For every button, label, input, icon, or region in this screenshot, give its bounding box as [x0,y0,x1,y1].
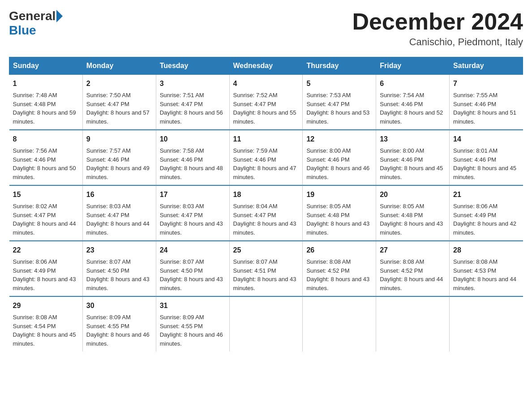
day-info: Sunrise: 7:59 AMSunset: 4:46 PMDaylight:… [233,147,296,180]
day-number: 29 [13,300,79,311]
table-row: 25 Sunrise: 8:07 AMSunset: 4:51 PMDaylig… [229,241,303,296]
table-row: 22 Sunrise: 8:06 AMSunset: 4:49 PMDaylig… [9,241,83,296]
table-row: 24 Sunrise: 8:07 AMSunset: 4:50 PMDaylig… [156,241,229,296]
col-friday: Friday [376,57,450,75]
day-info: Sunrise: 8:08 AMSunset: 4:52 PMDaylight:… [306,258,369,291]
table-row: 31 Sunrise: 8:09 AMSunset: 4:55 PMDaylig… [156,296,229,351]
day-info: Sunrise: 7:51 AMSunset: 4:47 PMDaylight:… [160,92,223,125]
day-number: 31 [160,300,226,311]
day-info: Sunrise: 7:57 AMSunset: 4:46 PMDaylight:… [86,147,150,180]
day-number: 1 [13,78,79,89]
table-row: 12 Sunrise: 8:00 AMSunset: 4:46 PMDaylig… [303,130,376,185]
day-number: 8 [13,134,79,145]
day-info: Sunrise: 7:53 AMSunset: 4:47 PMDaylight:… [306,92,369,125]
table-row: 6 Sunrise: 7:54 AMSunset: 4:46 PMDayligh… [376,75,450,130]
header: General Blue December 2024 Canischio, Pi… [9,9,523,48]
table-row: 5 Sunrise: 7:53 AMSunset: 4:47 PMDayligh… [303,75,376,130]
day-number: 2 [86,78,152,89]
table-row [450,296,523,351]
day-info: Sunrise: 8:01 AMSunset: 4:46 PMDaylight:… [453,147,516,180]
day-number: 7 [453,78,519,89]
col-thursday: Thursday [303,57,376,75]
table-row: 30 Sunrise: 8:09 AMSunset: 4:55 PMDaylig… [82,296,156,351]
day-number: 17 [160,189,226,200]
table-row: 19 Sunrise: 8:05 AMSunset: 4:48 PMDaylig… [303,185,376,241]
day-info: Sunrise: 7:55 AMSunset: 4:46 PMDaylight:… [453,92,516,125]
day-number: 15 [13,189,79,200]
day-info: Sunrise: 8:07 AMSunset: 4:51 PMDaylight:… [233,258,296,291]
location-subtitle: Canischio, Piedmont, Italy [352,36,523,48]
table-row: 2 Sunrise: 7:50 AMSunset: 4:47 PMDayligh… [82,75,156,130]
table-row: 4 Sunrise: 7:52 AMSunset: 4:47 PMDayligh… [229,75,303,130]
title-section: December 2024 Canischio, Piedmont, Italy [352,9,523,48]
day-number: 30 [86,300,152,311]
day-info: Sunrise: 8:06 AMSunset: 4:49 PMDaylight:… [453,203,516,236]
day-info: Sunrise: 8:00 AMSunset: 4:46 PMDaylight:… [380,147,443,180]
table-row: 26 Sunrise: 8:08 AMSunset: 4:52 PMDaylig… [303,241,376,296]
logo-arrow-icon [56,10,63,22]
day-info: Sunrise: 7:56 AMSunset: 4:46 PMDaylight:… [13,147,76,180]
calendar-week-row: 29 Sunrise: 8:08 AMSunset: 4:54 PMDaylig… [9,296,523,351]
calendar-week-row: 22 Sunrise: 8:06 AMSunset: 4:49 PMDaylig… [9,241,523,296]
col-saturday: Saturday [450,57,523,75]
table-row: 8 Sunrise: 7:56 AMSunset: 4:46 PMDayligh… [9,130,83,185]
table-row [303,296,376,351]
col-tuesday: Tuesday [156,57,229,75]
table-row: 3 Sunrise: 7:51 AMSunset: 4:47 PMDayligh… [156,75,229,130]
header-row: Sunday Monday Tuesday Wednesday Thursday… [9,57,523,75]
table-row: 28 Sunrise: 8:08 AMSunset: 4:53 PMDaylig… [450,241,523,296]
table-row [376,296,450,351]
table-row: 21 Sunrise: 8:06 AMSunset: 4:49 PMDaylig… [450,185,523,241]
calendar-table: Sunday Monday Tuesday Wednesday Thursday… [9,57,523,351]
day-number: 25 [233,245,299,256]
day-number: 11 [233,134,299,145]
table-row: 18 Sunrise: 8:04 AMSunset: 4:47 PMDaylig… [229,185,303,241]
day-number: 23 [86,245,152,256]
day-number: 14 [453,134,519,145]
day-info: Sunrise: 7:54 AMSunset: 4:46 PMDaylight:… [380,92,443,125]
day-number: 22 [13,245,79,256]
day-info: Sunrise: 8:02 AMSunset: 4:47 PMDaylight:… [13,203,76,236]
day-info: Sunrise: 8:09 AMSunset: 4:55 PMDaylight:… [160,314,223,347]
table-row: 14 Sunrise: 8:01 AMSunset: 4:46 PMDaylig… [450,130,523,185]
day-number: 5 [306,78,372,89]
table-row: 9 Sunrise: 7:57 AMSunset: 4:46 PMDayligh… [82,130,156,185]
day-info: Sunrise: 8:03 AMSunset: 4:47 PMDaylight:… [86,203,150,236]
table-row: 11 Sunrise: 7:59 AMSunset: 4:46 PMDaylig… [229,130,303,185]
day-number: 16 [86,189,152,200]
day-info: Sunrise: 8:05 AMSunset: 4:48 PMDaylight:… [380,203,443,236]
table-row: 27 Sunrise: 8:08 AMSunset: 4:52 PMDaylig… [376,241,450,296]
day-number: 24 [160,245,226,256]
day-info: Sunrise: 8:00 AMSunset: 4:46 PMDaylight:… [306,147,369,180]
table-row: 15 Sunrise: 8:02 AMSunset: 4:47 PMDaylig… [9,185,83,241]
logo-blue-text: Blue [9,23,36,38]
day-number: 13 [380,134,446,145]
day-number: 27 [380,245,446,256]
day-info: Sunrise: 8:03 AMSunset: 4:47 PMDaylight:… [160,203,223,236]
table-row: 13 Sunrise: 8:00 AMSunset: 4:46 PMDaylig… [376,130,450,185]
day-number: 21 [453,189,519,200]
day-number: 19 [306,189,372,200]
day-number: 20 [380,189,446,200]
day-number: 6 [380,78,446,89]
day-number: 28 [453,245,519,256]
table-row: 1 Sunrise: 7:48 AMSunset: 4:48 PMDayligh… [9,75,83,130]
table-row: 17 Sunrise: 8:03 AMSunset: 4:47 PMDaylig… [156,185,229,241]
day-number: 12 [306,134,372,145]
day-info: Sunrise: 7:48 AMSunset: 4:48 PMDaylight:… [13,92,76,125]
table-row: 23 Sunrise: 8:07 AMSunset: 4:50 PMDaylig… [82,241,156,296]
day-number: 9 [86,134,152,145]
day-info: Sunrise: 8:05 AMSunset: 4:48 PMDaylight:… [306,203,369,236]
day-info: Sunrise: 7:52 AMSunset: 4:47 PMDaylight:… [233,92,296,125]
table-row: 7 Sunrise: 7:55 AMSunset: 4:46 PMDayligh… [450,75,523,130]
table-row: 10 Sunrise: 7:58 AMSunset: 4:46 PMDaylig… [156,130,229,185]
table-row [229,296,303,351]
day-number: 3 [160,78,226,89]
day-info: Sunrise: 8:09 AMSunset: 4:55 PMDaylight:… [86,314,150,347]
calendar-week-row: 1 Sunrise: 7:48 AMSunset: 4:48 PMDayligh… [9,75,523,130]
day-info: Sunrise: 8:08 AMSunset: 4:52 PMDaylight:… [380,258,443,291]
col-sunday: Sunday [9,57,83,75]
day-info: Sunrise: 8:07 AMSunset: 4:50 PMDaylight:… [86,258,150,291]
day-info: Sunrise: 8:04 AMSunset: 4:47 PMDaylight:… [233,203,296,236]
day-number: 4 [233,78,299,89]
